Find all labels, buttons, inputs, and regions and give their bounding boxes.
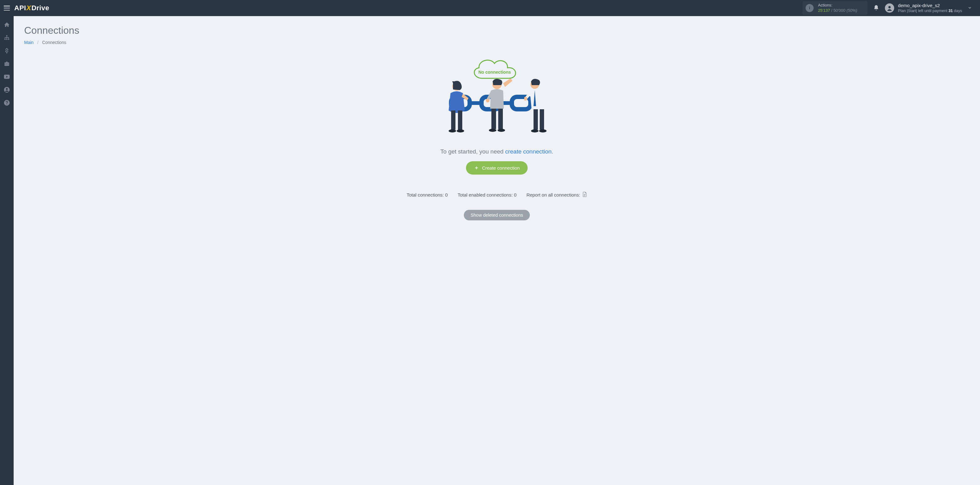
- svg-point-13: [6, 88, 8, 90]
- svg-point-28: [498, 129, 505, 132]
- svg-point-33: [531, 129, 538, 133]
- empty-lead-text: To get started, you need create connecti…: [440, 148, 553, 155]
- menu-toggle-button[interactable]: [4, 6, 10, 11]
- connections-icon: [4, 35, 10, 41]
- brand-part-2: X: [26, 4, 31, 12]
- empty-illustration: No connections: [441, 54, 553, 141]
- actions-usage-box[interactable]: Actions: 25'137 / 50'000 (50%): [802, 1, 867, 15]
- sidebar-item-home[interactable]: [0, 19, 14, 31]
- actions-limit: 50'000: [834, 8, 846, 13]
- person-right-illustration: [524, 78, 552, 139]
- svg-point-27: [489, 129, 496, 132]
- brand-logo[interactable]: APIXDrive: [14, 4, 49, 12]
- svg-rect-6: [5, 39, 6, 40]
- topbar-left: APIXDrive: [0, 4, 49, 12]
- svg-rect-5: [6, 35, 7, 36]
- person-middle-illustration: [485, 78, 512, 138]
- breadcrumb-main-link[interactable]: Main: [24, 40, 33, 45]
- svg-rect-20: [451, 111, 455, 130]
- svg-point-1: [809, 6, 810, 8]
- total-connections: Total connections: 0: [407, 192, 448, 198]
- svg-rect-32: [540, 109, 544, 130]
- user-plan: Plan |Start| left until payment 31 days: [898, 9, 962, 14]
- account-icon: [4, 87, 10, 93]
- svg-point-15: [6, 104, 7, 105]
- actions-label: Actions:: [818, 3, 857, 8]
- billing-icon: [4, 48, 10, 54]
- show-deleted-button[interactable]: Show deleted connections: [464, 210, 530, 220]
- svg-rect-25: [492, 109, 496, 129]
- breadcrumb: Main / Connections: [24, 40, 969, 45]
- svg-rect-31: [533, 109, 538, 130]
- report-all-connections[interactable]: Report on all connections:: [527, 192, 587, 198]
- avatar-icon: [885, 3, 894, 13]
- empty-state: No connections: [24, 54, 969, 220]
- user-text: demo_apix-drive_s2 Plan |Start| left unt…: [898, 3, 962, 13]
- brand-part-3: Drive: [31, 4, 49, 12]
- sidebar-item-billing[interactable]: [0, 44, 14, 57]
- svg-point-23: [457, 129, 464, 133]
- svg-rect-8: [8, 39, 9, 40]
- svg-rect-26: [498, 109, 503, 129]
- page-title: Connections: [24, 25, 969, 36]
- layout: Connections Main / Connections No connec…: [0, 16, 980, 485]
- sidebar-item-connections[interactable]: [0, 32, 14, 44]
- sidebar-item-help[interactable]: [0, 97, 14, 109]
- chevron-down-icon: [967, 6, 972, 11]
- actions-percent: (50%): [846, 8, 857, 13]
- briefcase-icon: [4, 61, 10, 67]
- document-icon: [582, 192, 587, 198]
- svg-rect-2: [809, 8, 810, 9]
- topbar: APIXDrive Actions: 25'137 / 50'000 (50%): [0, 0, 980, 16]
- home-icon: [4, 22, 10, 28]
- notifications-button[interactable]: [873, 5, 879, 12]
- actions-sep: /: [831, 8, 832, 13]
- svg-point-4: [889, 6, 891, 8]
- sidebar-item-account[interactable]: [0, 84, 14, 96]
- cloud-label: No connections: [475, 70, 514, 74]
- svg-point-22: [449, 129, 456, 133]
- sidebar-item-video[interactable]: [0, 71, 14, 83]
- create-connection-button[interactable]: ＋ Create connection: [466, 161, 528, 174]
- connection-stats: Total connections: 0 Total enabled conne…: [407, 192, 587, 198]
- brand-part-1: API: [14, 4, 26, 12]
- svg-point-29: [486, 99, 490, 103]
- create-connection-link[interactable]: create connection: [505, 148, 552, 155]
- plus-icon: ＋: [474, 165, 479, 171]
- breadcrumb-current: Connections: [42, 40, 66, 45]
- sidebar: [0, 16, 14, 485]
- actions-usage-text: Actions: 25'137 / 50'000 (50%): [818, 3, 857, 13]
- main-content: Connections Main / Connections No connec…: [14, 16, 980, 485]
- sidebar-item-briefcase[interactable]: [0, 57, 14, 70]
- video-icon: [4, 74, 10, 79]
- info-icon: [805, 4, 814, 12]
- create-connection-button-label: Create connection: [482, 165, 520, 171]
- actions-used: 25'137: [818, 8, 830, 13]
- enabled-connections: Total enabled connections: 0: [458, 192, 517, 198]
- svg-rect-7: [6, 39, 7, 40]
- svg-point-34: [539, 129, 547, 133]
- person-left-illustration: [444, 81, 469, 138]
- user-name: demo_apix-drive_s2: [898, 3, 962, 9]
- help-icon: [4, 100, 10, 106]
- breadcrumb-separator: /: [35, 40, 41, 45]
- topbar-right: Actions: 25'137 / 50'000 (50%) demo_apix…: [802, 0, 980, 16]
- svg-rect-21: [458, 111, 462, 130]
- user-menu[interactable]: demo_apix-drive_s2 Plan |Start| left unt…: [885, 3, 972, 13]
